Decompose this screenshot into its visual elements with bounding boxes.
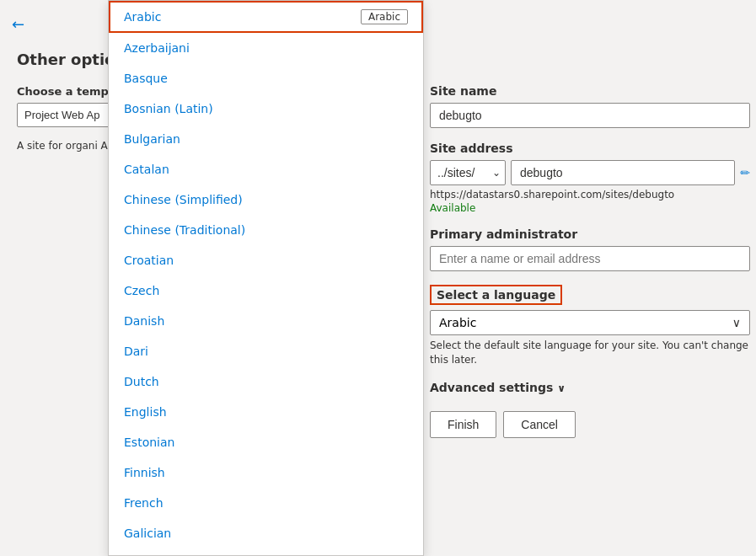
back-arrow-button[interactable]: ← — [12, 15, 24, 33]
right-panel: Site name Site address ../sites/ ✏ https… — [430, 84, 750, 438]
list-item[interactable]: English — [109, 397, 423, 427]
list-item[interactable]: Estonian — [109, 427, 423, 457]
language-hint: Select the default site language for you… — [430, 339, 750, 367]
language-option-label: Galician — [124, 527, 171, 540]
list-item[interactable]: ArabicArabic — [109, 1, 423, 33]
list-item[interactable]: Danish — [109, 306, 423, 336]
language-option-label: Danish — [124, 314, 164, 328]
language-group: Select a language Arabic ∨ Select the de… — [430, 285, 750, 367]
list-item[interactable]: Galician — [109, 518, 423, 548]
finish-button[interactable]: Finish — [430, 411, 496, 438]
language-dropdown-list[interactable]: ArabicArabicAzerbaijaniBasqueBosnian (La… — [108, 0, 424, 556]
advanced-chevron-icon: ∨ — [557, 382, 566, 394]
language-selected-value: Arabic — [439, 316, 476, 329]
list-item[interactable]: Finnish — [109, 457, 423, 488]
language-option-label: Chinese (Traditional) — [124, 223, 245, 237]
language-select-dropdown[interactable]: Arabic ∨ — [430, 310, 750, 335]
address-url-hint: https://datastars0.sharepoint.com/sites/… — [430, 189, 750, 200]
language-option-label: English — [124, 405, 167, 419]
language-option-label: Estonian — [124, 436, 174, 449]
primary-admin-group: Primary administrator — [430, 227, 750, 271]
list-item[interactable]: Dari — [109, 336, 423, 366]
list-item[interactable]: Croatian — [109, 245, 423, 275]
site-name-label: Site name — [430, 84, 750, 98]
language-option-label: Catalan — [124, 163, 169, 176]
list-item[interactable]: Dutch — [109, 366, 423, 397]
list-item[interactable]: Czech — [109, 275, 423, 306]
language-option-label: Azerbaijani — [124, 41, 190, 55]
site-name-input[interactable] — [430, 103, 750, 128]
primary-admin-input[interactable] — [430, 246, 750, 271]
list-item[interactable]: Basque — [109, 63, 423, 94]
advanced-settings-label: Advanced settings — [430, 381, 553, 394]
primary-admin-label: Primary administrator — [430, 227, 750, 241]
list-item[interactable]: Azerbaijani — [109, 33, 423, 63]
language-option-label: Bosnian (Latin) — [124, 102, 213, 115]
list-item[interactable]: Chinese (Simplified) — [109, 184, 423, 215]
list-item[interactable]: Bulgarian — [109, 124, 423, 154]
language-option-label: Bulgarian — [124, 132, 180, 146]
language-option-label: Czech — [124, 284, 159, 297]
list-item[interactable]: French — [109, 488, 423, 518]
cancel-button[interactable]: Cancel — [503, 411, 576, 438]
advanced-settings-toggle[interactable]: Advanced settings ∨ — [430, 381, 750, 394]
language-section-label: Select a language — [430, 285, 562, 305]
address-prefix-select[interactable]: ../sites/ — [430, 160, 506, 185]
list-item[interactable]: Chinese (Traditional) — [109, 215, 423, 245]
site-name-group: Site name — [430, 84, 750, 128]
address-row: ../sites/ ✏ — [430, 160, 750, 185]
list-item[interactable]: Catalan — [109, 154, 423, 184]
language-option-label: Basque — [124, 72, 168, 85]
language-chevron-icon: ∨ — [732, 316, 741, 329]
language-option-label: Chinese (Simplified) — [124, 193, 243, 206]
language-option-label: Dutch — [124, 375, 159, 388]
site-address-group: Site address ../sites/ ✏ https://datasta… — [430, 142, 750, 214]
language-option-label: French — [124, 496, 164, 510]
address-text-input[interactable] — [511, 160, 735, 185]
language-option-label: Dari — [124, 345, 148, 358]
language-option-label: Finnish — [124, 466, 165, 479]
selected-badge: Arabic — [361, 9, 408, 24]
site-address-label: Site address — [430, 142, 750, 155]
available-badge: Available — [430, 202, 750, 214]
language-option-label: Croatian — [124, 254, 174, 267]
language-option-label: Arabic — [124, 10, 161, 24]
button-row: Finish Cancel — [430, 411, 750, 438]
list-item[interactable]: Bosnian (Latin) — [109, 94, 423, 124]
address-select-wrap[interactable]: ../sites/ — [430, 160, 506, 185]
edit-icon[interactable]: ✏ — [740, 166, 750, 179]
